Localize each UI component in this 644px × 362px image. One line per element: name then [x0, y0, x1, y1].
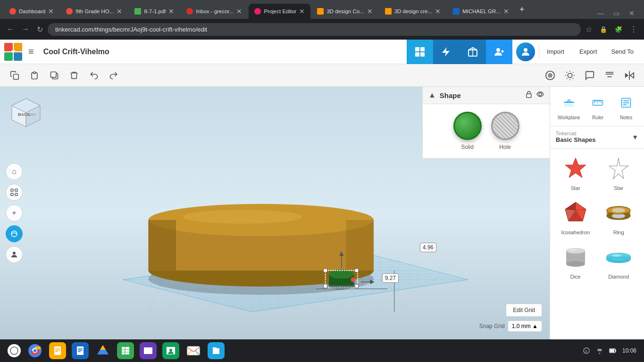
tab-close-dashboard[interactable]: ✕	[48, 8, 54, 15]
shape-item-icosahedron[interactable]: Icosahedron	[557, 198, 594, 235]
hole-option[interactable]: Hole	[491, 112, 519, 150]
export-button[interactable]: Export	[572, 44, 605, 59]
shape-panel-collapse-button[interactable]: ▲	[428, 91, 436, 99]
solid-option[interactable]: Solid	[453, 112, 482, 150]
lock-icon-button[interactable]	[525, 90, 533, 100]
mirror-tool-button[interactable]	[620, 66, 638, 84]
svg-point-136	[33, 349, 37, 353]
tab-close-michael[interactable]: ✕	[503, 8, 509, 15]
launcher-button[interactable]	[8, 344, 21, 357]
close-button[interactable]: ✕	[625, 8, 638, 19]
viewport[interactable]: BACK LEFT ⌂ +	[0, 87, 550, 339]
shapes-dropdown[interactable]: Tinkercad Basic Shapes ▼	[550, 126, 644, 148]
tab-label-9th: 9th Grade HO...	[75, 8, 114, 14]
taskbar-docs-blue-icon[interactable]	[72, 342, 89, 359]
extension-icon-1[interactable]: 🔒	[597, 23, 610, 36]
svg-rect-15	[14, 74, 19, 79]
tab-label-3d-co: 3D design Co...	[326, 8, 364, 14]
send-to-button[interactable]: Send To	[605, 44, 640, 59]
svg-point-75	[183, 210, 302, 223]
tab-project-editor[interactable]: Project Editor ✕	[249, 4, 310, 19]
taskbar-files-icon[interactable]	[208, 342, 225, 359]
tab-favicon-9th	[66, 8, 73, 15]
taskbar-drive-icon[interactable]	[94, 342, 111, 359]
notes-tool[interactable]: Notes	[616, 92, 636, 120]
edit-grid-button[interactable]: Edit Grid	[506, 304, 542, 317]
redo-button[interactable]	[105, 66, 123, 84]
new-tab-button[interactable]: +	[516, 3, 528, 16]
tab-close-3d-co[interactable]: ✕	[367, 8, 373, 15]
shape-item-star1[interactable]: Star	[557, 154, 594, 191]
shape-panel-title: Shape	[440, 91, 525, 99]
hole-sphere-icon	[491, 112, 519, 140]
tab-close-3d-cr[interactable]: ✕	[435, 8, 441, 15]
hole-label: Hole	[499, 144, 511, 150]
svg-rect-76	[149, 220, 176, 271]
taskbar-chrome-icon[interactable]	[26, 342, 43, 359]
tab-3d-cr[interactable]: 3D design cre... ✕	[379, 4, 447, 19]
package-button[interactable]	[460, 40, 486, 64]
tab-3d-co[interactable]: 3D design Co... ✕	[311, 4, 378, 19]
svg-line-28	[567, 78, 567, 78]
star1-label: Star	[571, 185, 580, 191]
duplicate-button[interactable]	[45, 66, 63, 84]
shape-item-ring[interactable]: Ring	[600, 198, 637, 235]
visibility-icon-button[interactable]	[536, 90, 544, 100]
light-tool-button[interactable]	[561, 66, 579, 84]
tab-close-project[interactable]: ✕	[299, 8, 305, 15]
delete-button[interactable]	[65, 66, 83, 84]
taskbar-classroom-icon[interactable]	[162, 342, 179, 359]
bookmark-button[interactable]: ☆	[583, 22, 595, 37]
comment-tool-button[interactable]	[581, 66, 599, 84]
tab-pdf[interactable]: 8-7-1.pdf ✕	[129, 4, 180, 19]
tab-michael[interactable]: MICHAEL GR... ✕	[447, 4, 515, 19]
tab-close-inbox[interactable]: ✕	[236, 8, 242, 15]
svg-marker-113	[565, 202, 576, 210]
import-button[interactable]: Import	[539, 44, 572, 59]
user-avatar[interactable]	[516, 42, 535, 61]
grid-view-button[interactable]	[407, 40, 433, 64]
paste-button[interactable]	[25, 66, 43, 84]
camera-tool-button[interactable]	[541, 66, 559, 84]
taskbar-sheets-icon[interactable]	[117, 342, 134, 359]
hammer-button[interactable]	[433, 40, 460, 64]
svg-rect-8	[420, 52, 425, 57]
svg-point-20	[550, 75, 551, 76]
tab-inbox[interactable]: Inbox - grecor... ✕	[181, 4, 248, 19]
refresh-button[interactable]: ↻	[34, 22, 46, 37]
icosahedron-label: Icosahedron	[561, 230, 590, 235]
ring-label: Ring	[613, 230, 624, 235]
tab-close-9th[interactable]: ✕	[117, 8, 122, 15]
dice-label: Dice	[570, 274, 581, 280]
copy-button[interactable]	[6, 66, 24, 84]
project-title: Cool Crift-Vihelmo	[43, 48, 403, 56]
menu-button[interactable]: ≡	[26, 44, 36, 59]
taskbar-docs-icon[interactable]	[49, 342, 66, 359]
shapes-grid: Star Star	[550, 148, 644, 339]
tab-close-pdf[interactable]: ✕	[168, 8, 174, 15]
address-input[interactable]	[48, 23, 581, 36]
shape-item-dice[interactable]: Dice	[557, 243, 594, 280]
svg-line-24	[567, 72, 567, 72]
taskbar-slides-icon[interactable]	[140, 342, 157, 359]
undo-button[interactable]	[85, 66, 103, 84]
ruler-tool[interactable]: Ruler	[587, 92, 608, 120]
tab-9th-grade[interactable]: 9th Grade HO... ✕	[60, 4, 128, 19]
shape-item-diamond[interactable]: Diamond	[600, 243, 637, 280]
add-user-button[interactable]	[486, 40, 512, 64]
svg-point-11	[496, 48, 500, 52]
align-tool-button[interactable]	[601, 66, 619, 84]
shape-item-star2[interactable]: Star	[600, 154, 637, 191]
back-button[interactable]: ←	[4, 22, 17, 36]
workplane-tool[interactable]: Workplane	[558, 92, 580, 120]
maximize-button[interactable]: ▭	[610, 8, 623, 19]
minimize-button[interactable]: —	[594, 8, 608, 19]
tab-dashboard[interactable]: Dashboard ✕	[4, 4, 59, 19]
forward-button[interactable]: →	[19, 22, 32, 36]
extension-icon-2[interactable]: 🧩	[612, 23, 625, 36]
svg-marker-34	[625, 73, 628, 78]
taskbar-gmail-icon[interactable]	[185, 342, 202, 359]
more-options-button[interactable]: ⋮	[627, 22, 640, 37]
tab-label-dashboard: Dashboard	[19, 8, 45, 14]
snap-value-button[interactable]: 1.0 mm ▲	[508, 321, 542, 332]
